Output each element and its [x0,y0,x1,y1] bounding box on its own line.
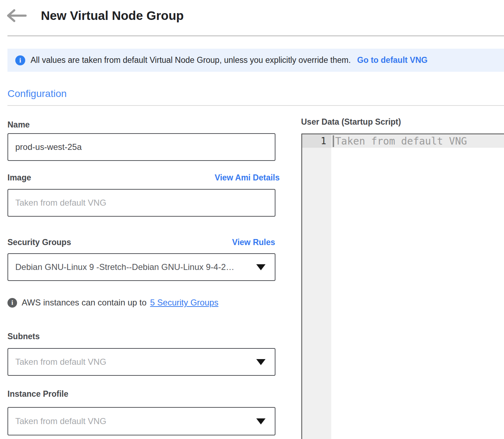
info-icon: i [15,55,25,65]
security-groups-label: Security Groups [7,238,71,247]
security-groups-selected-value: Debian GNU-Linux 9 -Stretch--Debian GNU-… [15,262,234,272]
chevron-down-icon [256,359,266,365]
section-divider [7,105,504,106]
page-title: New Virtual Node Group [41,8,184,23]
instance-profile-label: Instance Profile [7,389,68,399]
user-data-code-editor[interactable]: 1 Taken from default VNG [301,134,504,439]
view-rules-link[interactable]: View Rules [232,238,275,247]
subnets-select[interactable]: Taken from default VNG [7,348,275,376]
instance-profile-select[interactable]: Taken from default VNG [7,407,275,435]
note-text: AWS instances can contain up to [22,298,146,308]
user-data-label: User Data (Startup Script) [301,117,401,127]
security-groups-note: i AWS instances can contain up to 5 Secu… [7,298,218,308]
chevron-down-icon [256,418,266,424]
text-cursor [333,135,334,147]
image-label: Image [7,173,31,183]
editor-placeholder-text: Taken from default VNG [335,134,467,148]
back-arrow-icon[interactable] [5,8,27,23]
editor-line-number: 1 [302,134,331,148]
banner-text: All values are taken from default Virtua… [31,55,351,65]
info-banner: i All values are taken from default Virt… [7,49,504,72]
go-to-default-vng-link[interactable]: Go to default VNG [357,55,428,65]
info-icon-gray: i [7,298,17,308]
security-groups-select[interactable]: Debian GNU-Linux 9 -Stretch--Debian GNU-… [7,253,275,281]
name-input[interactable] [7,133,275,161]
five-security-groups-link[interactable]: 5 Security Groups [150,298,218,308]
subnets-label: Subnets [7,332,40,341]
new-virtual-node-group-page: New Virtual Node Group i All values are … [0,0,504,439]
subnets-placeholder: Taken from default VNG [15,357,106,367]
instance-profile-placeholder: Taken from default VNG [15,416,106,426]
name-label: Name [7,120,30,130]
editor-gutter [302,134,331,439]
view-ami-details-link[interactable]: View Ami Details [215,173,280,183]
image-input[interactable] [7,189,275,217]
configuration-section-title: Configuration [7,88,67,99]
header-divider [7,36,504,36]
chevron-down-icon [256,264,266,270]
